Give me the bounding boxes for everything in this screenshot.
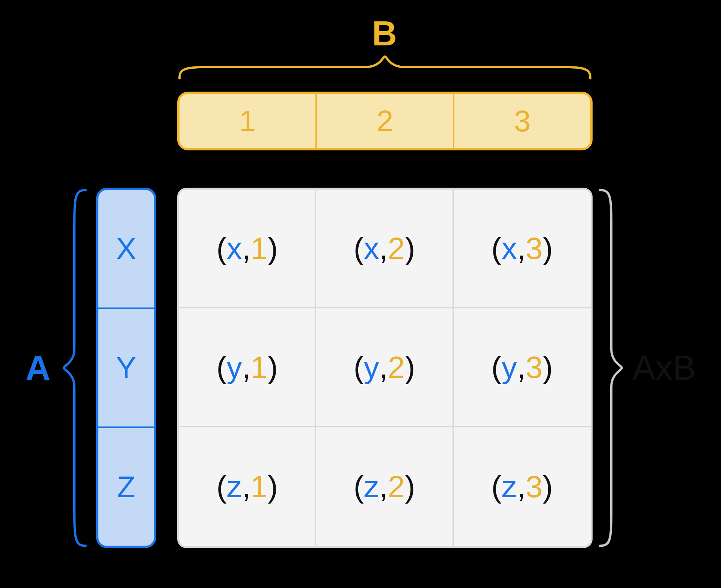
- axb-label: AxB: [632, 348, 696, 388]
- set-b-item-1: 1: [179, 94, 315, 148]
- pair-cell: (y,1): [179, 308, 316, 427]
- set-b-row: 1 2 3: [177, 92, 593, 150]
- set-b-item-2: 2: [315, 94, 453, 148]
- pair-cell: (z,3): [454, 427, 591, 546]
- set-a-column: X Y Z: [96, 188, 156, 548]
- brace-b-icon: [177, 54, 593, 80]
- pair-cell: (x,3): [454, 189, 591, 308]
- set-a-item-z: Z: [98, 427, 154, 546]
- set-a-label: A: [26, 348, 50, 388]
- pair-cell: (y,2): [316, 308, 453, 427]
- pair-cell: (x,2): [316, 189, 453, 308]
- set-a-item-y: Y: [98, 307, 154, 426]
- brace-axb-icon: [598, 188, 624, 548]
- pair-cell: (x,1): [179, 189, 316, 308]
- set-a-item-x: X: [98, 190, 154, 307]
- diagram-stage: B 1 2 3 A X Y Z (x,1) (x,2) (x,3) (y,1) …: [0, 0, 721, 588]
- set-b-label: B: [372, 14, 397, 53]
- pair-cell: (z,1): [179, 427, 316, 546]
- pair-cell: (z,2): [316, 427, 453, 546]
- pair-cell: (y,3): [454, 308, 591, 427]
- brace-a-icon: [62, 188, 88, 548]
- set-b-item-3: 3: [453, 94, 590, 148]
- product-grid: (x,1) (x,2) (x,3) (y,1) (y,2) (y,3) (z,1…: [177, 188, 593, 548]
